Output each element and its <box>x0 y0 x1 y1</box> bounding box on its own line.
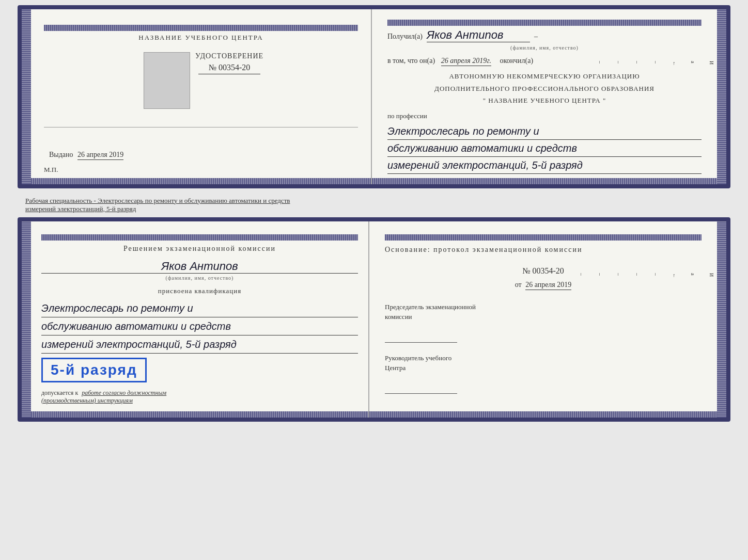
profession-text-3: измерений электростанций, 5-й разряд <box>387 157 702 174</box>
org-block: АВТОНОМНУЮ НЕКОММЕРЧЕСКУЮ ОРГАНИЗАЦИЮ ДО… <box>387 70 702 106</box>
ann-7: – <box>597 61 603 66</box>
chairman-title: Председатель экзаменационной комиссии <box>385 302 702 322</box>
cert-photo-placeholder <box>144 52 190 109</box>
ann-1: И <box>709 61 714 66</box>
director-block: Руководитель учебного Центра <box>385 353 702 394</box>
doc2-left-page: Решением экзаменационной комиссии Яков А… <box>31 221 369 418</box>
document-1: НАЗВАНИЕ УЧЕБНОГО ЦЕНТРА УДОСТОВЕРЕНИЕ №… <box>18 5 730 188</box>
right-annotations-2: И а ← – – – – – <box>579 273 714 278</box>
issued-date: 26 апреля 2019 <box>77 151 123 160</box>
allowed-prefix: допускается к <box>41 389 78 396</box>
received-label: Получил(а) <box>387 33 423 41</box>
rank-badge: 5-й разряд <box>41 358 147 382</box>
profession-text-1: Электрослесарь по ремонту и <box>387 123 702 140</box>
doc1-right-page: Получил(а) Яков Антипов – (фамилия, имя,… <box>372 9 717 184</box>
ann2-8: – <box>579 273 584 278</box>
spine-right-1 <box>717 9 726 184</box>
right-annotations-1: И а ← – – – – <box>597 61 714 66</box>
ann2-5: – <box>634 273 640 278</box>
basis-label: Основание: протокол экзаменационной коми… <box>385 243 702 256</box>
doc1-header: НАЗВАНИЕ УЧЕБНОГО ЦЕНТРА <box>138 34 263 42</box>
completion-date: 26 апреля 2019г. <box>441 57 491 66</box>
ann2-3: ← <box>672 273 677 278</box>
doc1-left-page: НАЗВАНИЕ УЧЕБНОГО ЦЕНТРА УДОСТОВЕРЕНИЕ №… <box>31 9 372 184</box>
fio-sublabel: (фамилия, имя, отчество) <box>387 45 702 51</box>
doc2-right-page: Основание: протокол экзаменационной коми… <box>369 221 717 418</box>
ann-3: ← <box>672 61 677 66</box>
bottom-border-2 <box>31 411 368 418</box>
org-line3: " НАЗВАНИЕ УЧЕБНОГО ЦЕНТРА " <box>387 94 702 106</box>
qual-line-2: обслуживанию автоматики и средств <box>41 317 358 335</box>
cert-title: УДОСТОВЕРЕНИЕ <box>195 52 263 60</box>
from-label: от <box>515 281 522 289</box>
bottom-border-2r <box>369 411 717 418</box>
ann2-4: – <box>653 273 659 278</box>
spine-left-2 <box>22 221 31 418</box>
in-that-label: в том, что он(а) <box>387 57 435 65</box>
qualification-assigned: присвоена квалификация <box>41 287 358 295</box>
profession-text-2: обслуживанию автоматики и средств <box>387 140 702 157</box>
ann2-1: И <box>709 273 714 278</box>
bottom-border-1r <box>372 178 717 184</box>
recipient-name: Яков Антипов <box>427 28 530 42</box>
from-date-block: от 26 апреля 2019 <box>385 281 702 289</box>
between-label: Рабочая специальность - Электрослесарь п… <box>18 193 730 217</box>
document-2: Решением экзаменационной комиссии Яков А… <box>18 217 730 422</box>
ann-6: – <box>616 61 621 66</box>
chairman-block: Председатель экзаменационной комиссии <box>385 302 702 343</box>
doc1-left-inner: УДОСТОВЕРЕНИЕ № 00354-20 <box>138 52 263 119</box>
commission-decision: Решением экзаменационной комиссии <box>41 243 358 254</box>
finished-label: окончил(а) <box>500 57 533 65</box>
issued-label: Выдано <box>49 151 73 158</box>
spine-left-1 <box>22 9 31 184</box>
ann-5: – <box>634 61 640 66</box>
org-line1: АВТОНОМНУЮ НЕКОММЕРЧЕСКУЮ ОРГАНИЗАЦИЮ <box>387 70 702 82</box>
director-title: Руководитель учебного Центра <box>385 353 702 373</box>
top-border-1r <box>387 20 702 26</box>
from-date: 26 апреля 2019 <box>525 281 571 290</box>
mp-stamp: М.П. <box>44 166 58 174</box>
top-border-2r <box>385 234 702 241</box>
profession-label: по профессии <box>387 112 702 120</box>
top-border-2 <box>41 234 358 241</box>
chairman-sig-line <box>385 332 457 343</box>
ann2-7: – <box>597 273 603 278</box>
cert-number: № 00354-20 <box>198 63 260 74</box>
bottom-border-1 <box>31 178 371 184</box>
between-text: Рабочая специальность - Электрослесарь п… <box>25 197 290 213</box>
recipient-line: Получил(а) Яков Антипов – <box>387 28 702 42</box>
spine-right-2 <box>717 221 726 418</box>
ann2-2: а <box>690 273 696 278</box>
ann-4: – <box>653 61 659 66</box>
fio-sub-2: (фамилия, имя, отчество) <box>41 275 358 281</box>
issued-line: Выдано 26 апреля 2019 <box>49 151 123 159</box>
qual-line-1: Электрослесарь по ремонту и <box>41 299 358 317</box>
ann2-6: – <box>616 273 621 278</box>
qual-line-3: измерений электростанций, 5-й разряд <box>41 335 358 354</box>
director-sig-line <box>385 383 457 394</box>
person-name: Яков Антипов <box>41 260 358 274</box>
cert-number-block: УДОСТОВЕРЕНИЕ № 00354-20 <box>195 52 263 74</box>
top-border-1 <box>44 25 358 31</box>
allowed-text: допускается к работе согласно должностны… <box>41 389 358 405</box>
dash-after-name: – <box>534 33 538 41</box>
doc2-pages: Решением экзаменационной комиссии Яков А… <box>31 221 717 418</box>
doc1-pages: НАЗВАНИЕ УЧЕБНОГО ЦЕНТРА УДОСТОВЕРЕНИЕ №… <box>31 9 717 184</box>
org-line2: ДОПОЛНИТЕЛЬНОГО ПРОФЕССИОНАЛЬНОГО ОБРАЗО… <box>387 83 702 94</box>
ann-2: а <box>690 61 696 66</box>
